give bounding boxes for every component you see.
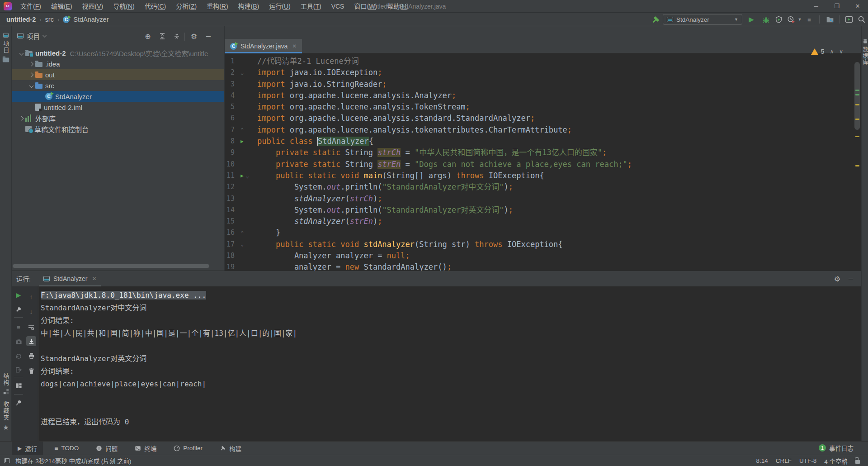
open-project-icon[interactable] [825,14,835,25]
build-hammer-icon[interactable] [650,14,661,25]
console-gear-icon[interactable]: ⚙ [832,274,842,284]
file-encoding[interactable]: UTF-8 [799,457,816,464]
run-configuration-select[interactable]: StdAnalyzer ▼ [663,14,742,25]
run-anything-icon[interactable] [844,14,854,25]
menu-item-重构[interactable]: 重构(R) [202,0,233,13]
bottom-tab-运行[interactable]: ▶运行 [12,442,43,455]
line-number[interactable]: 8 [225,136,235,147]
status-message[interactable]: 构建在 3秒214毫秒 中成功完成 (片刻 之前) [15,456,132,465]
bottom-tab-Profiler[interactable]: Profiler [168,442,208,455]
rerun-button[interactable]: ▶ [14,290,24,300]
print-icon[interactable] [26,351,36,361]
run-line-icon[interactable]: ▶ [241,173,244,178]
console-minimize-icon[interactable]: ─ [846,274,856,284]
minimize-button[interactable]: ─ [806,0,826,13]
console-output[interactable]: F:\java8\jdk1.8.0_181\bin\java.exe ...St… [41,289,857,428]
run-button[interactable]: ▶ [746,14,757,25]
line-number[interactable]: 4 [225,90,235,101]
tool-tab-favorites[interactable]: 收藏夹 ★ [0,401,12,432]
close-button[interactable]: ✕ [847,0,868,13]
line-number[interactable]: 9 [225,147,235,158]
line-number[interactable]: 17 [225,239,235,250]
layout-icon[interactable] [4,458,10,463]
breadcrumb-src[interactable]: src [45,16,54,23]
close-console-tab-icon[interactable]: ✕ [92,276,96,282]
tool-tab-structure[interactable]: 结构 [0,373,12,395]
fold-up-icon[interactable]: ⌃ [241,127,244,133]
prev-warning-icon[interactable]: ∧ [830,48,834,55]
locate-file-icon[interactable]: ⊕ [143,31,153,41]
line-number[interactable]: 12 [225,181,235,193]
line-number[interactable]: 6 [225,113,235,124]
editor-area[interactable]: C StdAnalyzer.java ✕ 1//代码清单2-1 Lucene分词… [225,26,861,271]
menu-item-导航[interactable]: 导航(N) [108,0,139,13]
gear-icon[interactable]: ⚙ [189,31,199,41]
run-line-icon[interactable]: ▶ [241,139,244,144]
line-number[interactable]: 13 [225,193,235,204]
tree-collapsed-icon[interactable] [27,62,35,66]
bottom-tab-问题[interactable]: 问题 [90,442,123,455]
tree-row-.idea[interactable]: .idea [12,58,224,69]
pin-icon[interactable] [14,398,24,408]
line-number[interactable]: 3 [225,79,235,90]
editor-tab[interactable]: C StdAnalyzer.java ✕ [225,39,302,53]
tool-tab-project[interactable]: 项目 [0,33,12,62]
soft-wrap-icon[interactable] [26,323,36,333]
inspection-widget[interactable]: 5 ∧ ∨ [811,48,843,55]
debug-button[interactable] [760,14,771,25]
line-number[interactable]: 2 [225,67,235,78]
event-log-button[interactable]: 1 事件日志 [819,441,854,455]
bottom-tab-TODO[interactable]: ≡TODO [48,442,85,455]
clear-all-trash-icon[interactable] [26,366,36,376]
line-number[interactable]: 14 [225,204,235,216]
search-everywhere-icon[interactable] [856,14,867,25]
tree-collapsed-icon[interactable] [27,73,35,76]
line-number[interactable]: 10 [225,159,235,170]
tree-row-untitled-2.iml[interactable]: untitled-2.iml [12,102,224,113]
console-tab[interactable]: StdAnalyzer ✕ [39,271,101,286]
menu-item-运行[interactable]: 运行(U) [264,0,295,13]
collapse-all-icon[interactable] [172,31,182,41]
hide-panel-icon[interactable]: ─ [203,31,213,41]
line-number[interactable]: 19 [225,262,235,271]
next-warning-icon[interactable]: ∨ [839,48,843,55]
fold-down-icon[interactable]: ⌄ [246,173,249,179]
tree-expanded-icon[interactable] [17,52,25,55]
tree-row-外部库[interactable]: 外部库 [12,113,224,124]
coverage-button[interactable] [773,14,784,25]
tree-collapsed-icon[interactable] [17,117,25,120]
close-tab-icon[interactable]: ✕ [292,43,297,49]
settings-wrench-icon[interactable] [14,304,24,314]
fold-down-icon[interactable]: ⌄ [241,242,244,247]
line-number[interactable]: 7 [225,124,235,136]
line-number[interactable]: 18 [225,250,235,262]
line-number[interactable]: 11 [225,170,235,181]
breadcrumb-class[interactable]: StdAnalyzer [73,16,108,23]
bottom-tab-构建[interactable]: 构建 [214,442,247,455]
line-ending[interactable]: CRLF [776,457,792,464]
profiler-button[interactable] [786,14,797,25]
restore-layout-icon[interactable] [14,380,24,390]
horizontal-scrollbar[interactable] [13,264,209,268]
tree-row-src[interactable]: src [12,80,224,91]
tree-expanded-icon[interactable] [27,84,35,87]
maximize-button[interactable]: ❐ [826,0,847,13]
expand-all-icon[interactable] [157,31,167,41]
scroll-to-end-icon[interactable] [26,336,36,346]
lock-icon[interactable] [855,460,860,464]
bottom-tab-终端[interactable]: 终端 [129,442,162,455]
tree-row-草稿文件和控制台[interactable]: 草稿文件和控制台 [12,124,224,134]
tree-row-StdAnalyzer[interactable]: CStdAnalyzer [12,91,224,102]
fold-down-icon[interactable]: ⌄ [241,70,244,76]
tree-row-out[interactable]: out [12,69,224,80]
menu-item-构建[interactable]: 构建(B) [233,0,264,13]
menu-item-代码[interactable]: 代码(C) [140,0,171,13]
tree-row-untitled-2[interactable]: untitled-2C:\Users\15749\Desktop\实验\全文检索… [12,48,224,58]
line-number[interactable]: 5 [225,101,235,113]
menu-item-VCS[interactable]: VCS [326,0,349,13]
menu-item-编辑[interactable]: 编辑(E) [46,0,77,13]
menu-item-工具[interactable]: 工具(T) [296,0,326,13]
line-number[interactable]: 16 [225,227,235,238]
menu-item-文件[interactable]: 文件(F) [15,0,46,13]
profiler-dropdown-icon[interactable]: ▼ [797,14,803,25]
